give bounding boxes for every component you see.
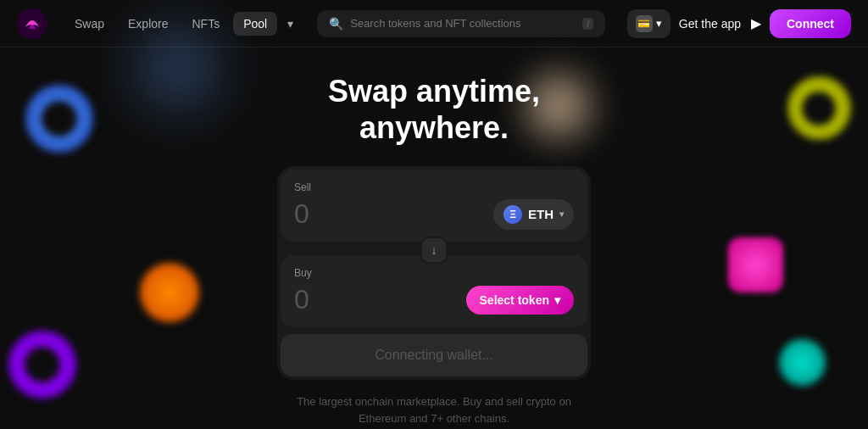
buy-amount: 0 [294,284,309,315]
sell-row: 0 Ξ ETH ▾ [294,198,574,230]
main-content: Swap anytime, anywhere. Sell 0 Ξ ETH ▾ ↓ [0,47,868,426]
sell-label: Sell [294,181,574,193]
nav-links: Swap Explore NFTs Pool ▾ [64,12,300,36]
swap-direction-button[interactable]: ↓ [420,237,448,264]
search-bar[interactable]: 🔍 / [317,10,605,37]
select-token-label: Select token [480,293,549,307]
get-app-label: Get the app [679,17,741,31]
buy-label: Buy [294,267,574,279]
play-icon: ▶ [751,15,761,31]
nav-pool[interactable]: Pool [233,12,277,36]
hero-title-line1: Swap anytime, [328,74,540,109]
select-token-chevron-icon: ▾ [554,293,560,307]
tagline-text: The largest onchain marketplace. Buy and… [297,395,571,425]
token-name: ETH [528,207,554,221]
sell-amount: 0 [294,198,309,230]
swap-card: Sell 0 Ξ ETH ▾ ↓ Buy 0 Select token [277,166,591,380]
swap-arrow-icon: ↓ [431,243,437,257]
nav-explore[interactable]: Explore [118,12,178,36]
hero-title-line2: anywhere. [359,110,509,145]
connecting-label: Connecting wallet... [375,348,493,362]
wallet-button[interactable]: 💳 ▾ [627,9,670,38]
navbar: Swap Explore NFTs Pool ▾ 🔍 / 💳 ▾ Get the… [0,0,868,47]
wallet-chevron: ▾ [656,17,662,30]
tagline: The largest onchain marketplace. Buy and… [297,393,571,426]
search-icon: 🔍 [329,17,343,31]
wallet-icon: 💳 [636,15,653,32]
nav-swap[interactable]: Swap [64,12,114,36]
hero-title: Swap anytime, anywhere. [328,73,540,146]
nav-right: 💳 ▾ Get the app ▶ Connect [627,9,851,38]
nav-more-chevron[interactable]: ▾ [281,12,300,36]
token-selector-button[interactable]: Ξ ETH ▾ [493,199,574,230]
connect-button[interactable]: Connect [770,9,851,38]
app-logo[interactable] [17,8,47,39]
eth-logo-icon: Ξ [504,205,522,224]
search-input[interactable] [350,17,582,30]
sell-section: Sell 0 Ξ ETH ▾ [281,170,587,242]
search-shortcut: / [582,18,593,30]
connecting-wallet-button: Connecting wallet... [281,334,587,376]
nav-nfts[interactable]: NFTs [182,12,231,36]
get-app-button[interactable]: Get the app ▶ [679,15,761,31]
buy-row: 0 Select token ▾ [294,284,574,315]
select-token-button[interactable]: Select token ▾ [466,286,574,315]
buy-section: Buy 0 Select token ▾ [281,255,587,327]
swap-arrow-container: ↓ [281,237,587,264]
token-chevron-icon: ▾ [559,209,564,219]
